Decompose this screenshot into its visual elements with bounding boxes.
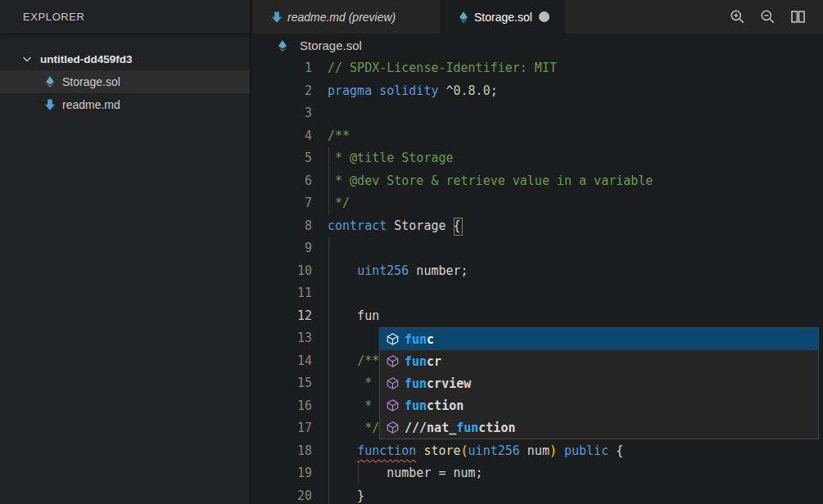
line-number: 12: [253, 305, 312, 328]
markdown-icon: [270, 11, 283, 24]
split-editor-button[interactable]: [789, 8, 807, 26]
file-name: readme.md: [62, 98, 120, 111]
line-number: 2: [253, 80, 312, 103]
explorer-title: EXPLORER: [0, 0, 250, 34]
code-line-7: 7 */: [253, 192, 823, 215]
tab-readme[interactable]: readme.md (preview): [253, 0, 440, 34]
code-line-2: 2pragma solidity ^0.8.0;: [253, 80, 823, 103]
suggestion-item-0[interactable]: func: [380, 328, 818, 350]
tab-label: readme.md (preview): [287, 11, 396, 24]
suggestion-item-2[interactable]: funcrview: [380, 372, 818, 394]
file-tree: untitled-dd459fd3Storage.solreadme.md: [0, 47, 250, 116]
line-number: 11: [253, 282, 312, 305]
code-line-19: 19 number = num;: [253, 462, 823, 485]
suggestion-item-1[interactable]: funcr: [380, 350, 818, 372]
indent-guide: [328, 237, 329, 504]
suggestion-item-3[interactable]: function: [380, 394, 818, 416]
chevron-down-icon: [20, 52, 34, 65]
line-number: 4: [253, 125, 312, 148]
line-number: 9: [253, 237, 312, 260]
ethereum-icon: [276, 39, 289, 52]
line-number: 5: [253, 147, 312, 170]
line-number: 16: [253, 395, 312, 418]
line-number: 10: [253, 260, 312, 283]
line-number: 19: [253, 462, 312, 485]
breadcrumb-label: Storage.sol: [300, 38, 362, 52]
code-line-10: 10 uint256 number;: [253, 260, 823, 283]
line-number: 13: [253, 327, 312, 350]
line-number: 18: [253, 440, 312, 463]
file-row-readme-md[interactable]: readme.md: [0, 93, 250, 116]
modified-dot-icon[interactable]: [539, 11, 549, 22]
suggestion-item-4[interactable]: ///nat_function: [380, 416, 818, 439]
cube-icon: [386, 376, 400, 390]
indent-guide: [358, 462, 359, 485]
tab-storage[interactable]: Storage.sol: [440, 0, 565, 34]
ethereum-icon: [43, 75, 57, 88]
line-number: 14: [253, 350, 312, 373]
code-line-12: 12 fun: [253, 305, 823, 328]
code-line-20: 20 }: [253, 485, 823, 504]
line-number: 1: [253, 57, 312, 80]
line-number: 17: [253, 417, 312, 440]
line-number: 7: [253, 192, 312, 215]
code-editor[interactable]: 1// SPDX-License-Identifier: MIT2pragma …: [253, 57, 823, 504]
zoom-out-button[interactable]: [758, 8, 776, 26]
code-line-8: 8contract Storage {: [253, 215, 823, 238]
line-number: 8: [253, 215, 312, 238]
code-line-5: 5 * @title Storage: [253, 147, 823, 170]
folder-name: untitled-dd459fd3: [40, 53, 133, 65]
code-line-18: 18 function store(uint256 num) public {: [253, 440, 823, 463]
line-number: 6: [253, 170, 312, 193]
markdown-icon: [43, 98, 57, 111]
code-line-1: 1// SPDX-License-Identifier: MIT: [253, 57, 823, 80]
file-row-storage-sol[interactable]: Storage.sol: [0, 70, 250, 93]
code-line-6: 6 * @dev Store & retrieve value in a var…: [253, 170, 823, 193]
code-line-9: 9: [253, 237, 823, 260]
zoom-in-button[interactable]: [728, 8, 746, 26]
vscode-window: EXPLORER untitled-dd459fd3Storage.solrea…: [0, 0, 823, 504]
tab-label: Storage.sol: [474, 11, 532, 24]
line-number: 15: [253, 372, 312, 395]
cube-icon: [386, 398, 400, 412]
code-line-4: 4/**: [253, 125, 823, 148]
indent-guide: [328, 147, 329, 215]
cube-icon: [386, 332, 400, 346]
breadcrumb[interactable]: Storage.sol: [253, 34, 823, 57]
cube-icon: [386, 354, 400, 368]
code-line-11: 11: [253, 282, 823, 305]
autocomplete-popup: funcfuncrfuncrviewfunction///nat_functio…: [379, 327, 819, 439]
cube-icon: [386, 421, 400, 434]
file-name: Storage.sol: [62, 75, 120, 88]
ethereum-icon: [457, 11, 470, 24]
line-number: 20: [253, 485, 312, 504]
line-number: 3: [253, 102, 312, 125]
folder-row[interactable]: untitled-dd459fd3: [0, 47, 250, 70]
code-line-3: 3: [253, 102, 823, 125]
editor-actions: [728, 0, 807, 34]
explorer-sidebar: EXPLORER untitled-dd459fd3Storage.solrea…: [0, 0, 251, 504]
